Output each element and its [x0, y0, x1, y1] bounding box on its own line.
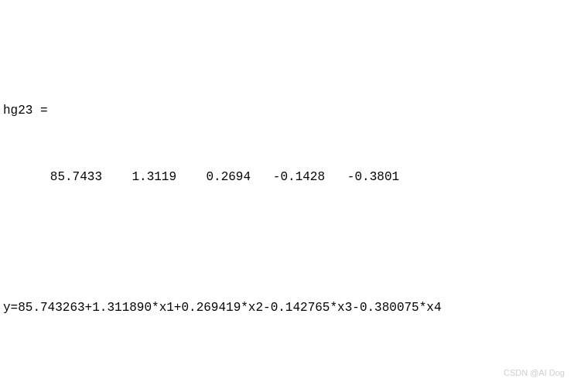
equation-text: y=85.743263+1.311890*x1+0.269419*x2-0.14…: [3, 300, 571, 316]
variable-hg23-value: 85.7433 1.3119 0.2694 -0.1428 -0.3801: [28, 169, 571, 186]
variable-hg23: hg23 = 85.7433 1.3119 0.2694 -0.1428 -0.…: [3, 70, 571, 220]
equation-output: y=85.743263+1.311890*x1+0.269419*x2-0.14…: [3, 268, 571, 350]
variable-hg23-name: hg23 =: [3, 103, 571, 119]
watermark-text: CSDN @AI Dog: [504, 367, 565, 378]
